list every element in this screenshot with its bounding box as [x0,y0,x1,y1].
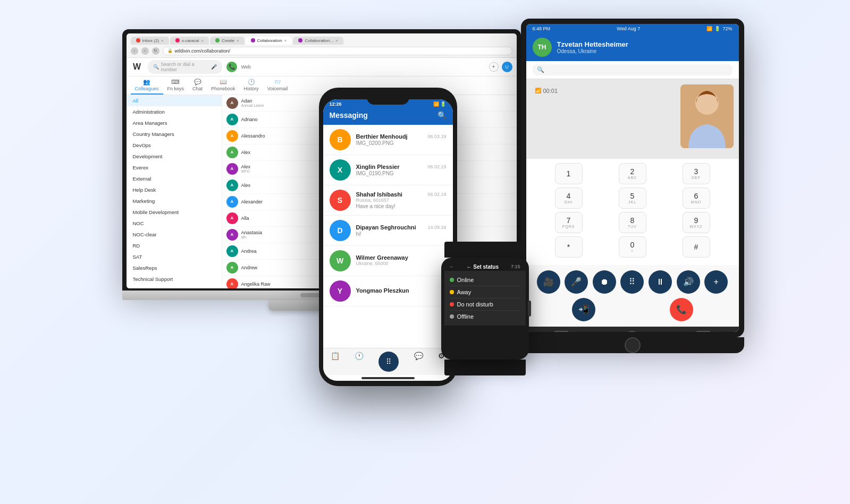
refresh-button[interactable]: ↻ [152,47,159,55]
messaging-title: Messaging [330,111,368,119]
battery-icon: 🔋 [714,26,720,31]
user-avatar-header[interactable]: U [502,62,512,72]
sidebar-item-all[interactable]: All [127,95,222,106]
search-bar[interactable]: 🔍 Search or dial a number 🎤 [148,60,222,74]
watch-screen: ← ← Set status 7:15 Online Away Do not d… [444,261,526,356]
call-button[interactable]: 📞 [226,62,237,72]
tab-fnkeys[interactable]: ⌨ Fn keys [163,76,189,95]
msg-header: Shahaf Ishibashi 06.02.19 [356,191,447,198]
sidebar-item-salesreps[interactable]: SalesReps [127,262,222,274]
tab-collaboration[interactable]: Collaboration × [246,37,292,45]
watch-status-item[interactable]: Online [450,274,520,286]
video-button[interactable]: 🎥 [537,270,560,294]
tab-recent-icon[interactable]: 🕐 [355,352,364,372]
tab-colleagues[interactable]: 👥 Colleagues [131,76,163,95]
watch-time: 7:15 [511,264,520,270]
tab-create[interactable]: Create × [210,37,245,45]
tab-gmail[interactable]: Inbox (2) × [131,37,169,45]
msg-name: Xinglin Plessier [356,164,400,170]
forward-button[interactable]: › [141,47,149,55]
contact-name: Anastasia [241,230,263,235]
tablet-home-button[interactable] [625,337,641,353]
dial-key-1[interactable]: 1 [555,163,583,184]
tab-chat[interactable]: 💬 Chat [188,76,207,95]
transfer-button[interactable]: 📲 [572,298,595,321]
sidebar-item-everex[interactable]: Everex [127,162,222,173]
msg-content: Xinglin Plessier 06.02.19 IMG_0190.PNG [356,164,447,176]
tab-collab2-close[interactable]: × [335,38,338,43]
message-item[interactable]: D Dipayan Seghrouchni 14.09.16 hi! [323,216,453,246]
tab-notes-icon[interactable]: 📋 [331,352,340,372]
contact-avatar: A [226,97,238,109]
watch-status-item[interactable]: Offline [450,311,520,322]
tab-history[interactable]: 🕐 History [240,76,263,95]
tab-collab-close[interactable]: × [284,38,287,43]
tab-dialpad-button[interactable]: ⠿ [378,352,399,372]
sidebar-item-sat[interactable]: SAT [127,251,222,262]
tab-collab2-label: Collaboration... [305,38,333,43]
sidebar-item-noc[interactable]: NOC [127,218,222,229]
add-button[interactable]: + [489,62,499,72]
sidebar-item-rd[interactable]: RD [127,240,222,251]
sidebar-item-devops[interactable]: DevOps [127,140,222,151]
record-button[interactable]: ⏺ [593,270,616,294]
sidebar-item-area[interactable]: Area Managers [127,117,222,129]
dial-key-7[interactable]: 7 PQRS [555,212,583,233]
tablet-search-input[interactable]: 🔍 [533,64,733,75]
sidebar-item-helpdesk[interactable]: Help Desk [127,184,222,195]
sidebar-item-techsupport[interactable]: Technical Support [127,274,222,285]
back-nav-button[interactable]: ← [554,331,569,332]
dial-key-3[interactable]: 3 DEF [683,163,710,184]
phone-search-icon[interactable]: 🔍 [437,111,447,119]
dial-key-5[interactable]: 5 JKL [619,187,646,209]
tab-voicemail[interactable]: 📨 Voicemail [263,76,292,95]
dial-key-6[interactable]: 6 MNO [683,187,710,209]
sidebar-item-marketing[interactable]: Marketing [127,195,222,207]
message-item[interactable]: Y Yongmao Pleszkun [323,276,453,306]
sidebar-item-noc-clear[interactable]: NOC-clear [127,229,222,240]
watch-status-item[interactable]: Away [450,286,520,298]
dial-key-*[interactable]: * [555,236,583,258]
dial-key-9[interactable]: 9 WXYZ [683,212,710,233]
dial-number: 7 [567,216,571,225]
tab-xcaracal-close[interactable]: × [201,38,204,43]
message-item[interactable]: W Wilmer Greenaway Ukraine, 65000 [323,246,453,276]
dial-key-#[interactable]: # [683,236,710,258]
watch-outer: ← ← Set status 7:15 Online Away Do not d… [441,258,529,360]
tab-xcaracal[interactable]: x-caracal × [170,37,209,45]
volume-button[interactable]: 🔊 [677,270,700,294]
back-button[interactable]: ‹ [131,47,138,55]
end-call-button[interactable]: 📞 [670,298,693,321]
gmail-icon [136,38,140,42]
tab-messages-icon[interactable]: 💬 [414,352,423,372]
watch-back-btn[interactable]: ← [450,264,455,270]
dial-alpha: JKL [628,200,636,204]
msg-subtitle: Ukraine, 65000 [356,261,447,266]
home-nav-button[interactable]: ○ [625,331,639,332]
sidebar-item-dev[interactable]: Development [127,151,222,162]
dial-key-4[interactable]: 4 GHI [555,187,583,209]
sidebar-item-external[interactable]: External [127,173,222,184]
mute-button[interactable]: 🎤 [565,270,588,294]
add-call-button[interactable]: + [704,270,728,294]
message-item[interactable]: B Berthier Menhoudj 06.03.19 IMG_0200.PN… [323,125,453,155]
sidebar-item-testdept[interactable]: TestDepartment [127,285,222,288]
tab-collaboration2[interactable]: Collaboration... × [293,37,343,45]
message-item[interactable]: X Xinglin Plessier 06.02.19 IMG_0190.PNG [323,155,453,185]
dial-key-0[interactable]: 0 + [619,236,646,258]
sidebar-item-mobile[interactable]: Mobile Development [127,207,222,218]
tablet-call-header: TH Tzvetan Hettesheimer Odessa, Ukraine [526,33,739,61]
sidebar-item-country[interactable]: Country Managers [127,129,222,140]
recent-nav-button[interactable]: ⬛ [696,331,711,332]
dialpad-button[interactable]: ⠿ [620,270,644,294]
address-bar[interactable]: 🔒 wildixin.com/collaboration/ [163,47,512,55]
sidebar-item-admin[interactable]: Administration [127,106,222,117]
tab-create-close[interactable]: × [237,38,239,43]
dial-key-2[interactable]: 2 ABC [619,163,646,184]
message-item[interactable]: S Shahaf Ishibashi 06.02.19 Russia, 6016… [323,185,453,216]
dial-key-8[interactable]: 8 TUV [619,212,646,233]
pause-button[interactable]: ⏸ [649,270,672,294]
tab-phonebook[interactable]: 📖 Phonebook [207,76,240,95]
watch-status-item[interactable]: Do not disturb [450,298,520,311]
tab-gmail-close[interactable]: × [161,38,164,43]
